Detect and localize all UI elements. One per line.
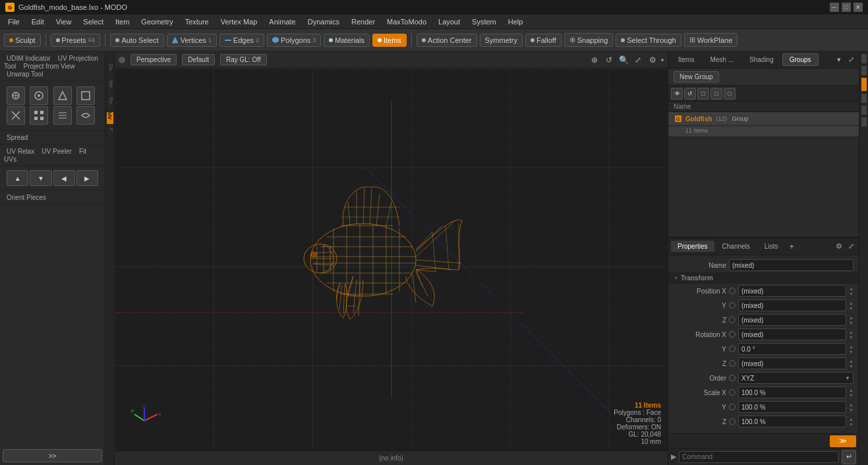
menu-dynamics[interactable]: Dynamics: [303, 16, 345, 27]
sculpt-button[interactable]: Sculpt: [4, 34, 41, 47]
props-tab-channels[interactable]: Channels: [716, 241, 757, 252]
prop-rotation-x-dot[interactable]: [729, 331, 736, 338]
prop-rotation-x-input[interactable]: (mixed): [738, 328, 846, 340]
view-style-button[interactable]: Default: [182, 54, 215, 65]
tool-btn-4[interactable]: [76, 86, 95, 105]
prop-arrow-up-9[interactable]: ▲: [849, 417, 854, 421]
tab-items[interactable]: Items: [671, 53, 701, 66]
groups-tb-sq1[interactable]: □: [697, 88, 709, 100]
prop-rotation-z-dot[interactable]: [729, 360, 736, 367]
tool-btn-2[interactable]: [30, 86, 48, 105]
tab-mesh[interactable]: Mesh ...: [703, 53, 741, 66]
props-add-button[interactable]: +: [786, 241, 797, 253]
symmetry-button[interactable]: Symmetry: [480, 34, 523, 47]
props-orange-btn[interactable]: ≫: [830, 435, 856, 447]
props-expand-icon[interactable]: ⤢: [846, 241, 856, 252]
command-input[interactable]: [679, 451, 839, 463]
viewport-menu-dot[interactable]: [119, 57, 125, 63]
edge-btn-1[interactable]: [861, 54, 867, 63]
command-arrow[interactable]: ▶: [671, 452, 676, 461]
groups-tb-lock[interactable]: ↺: [684, 88, 696, 100]
edge-btn-3[interactable]: [861, 94, 867, 103]
menu-geometry[interactable]: Geometry: [136, 16, 178, 27]
menu-select[interactable]: Select: [78, 16, 109, 27]
tool-btn-7[interactable]: [53, 106, 72, 125]
edges-button[interactable]: Edges 2: [219, 34, 264, 47]
vp-icon-transform[interactable]: ⊕: [589, 54, 600, 66]
viewport-canvas[interactable]: X Y Z 11 Items Polygons : Face Channels:…: [115, 69, 668, 450]
uv-peeler-label[interactable]: UV Peeler: [39, 146, 74, 156]
transform-section-header[interactable]: Transform: [668, 272, 859, 284]
vp-icon-search[interactable]: 🔍: [618, 54, 629, 66]
prop-rotation-y-input[interactable]: 0.0 °: [738, 343, 846, 355]
prop-arrow-down-5[interactable]: ▼: [849, 350, 854, 354]
prop-arrow-up-3[interactable]: ▲: [849, 315, 854, 320]
props-tab-properties[interactable]: Properties: [671, 241, 714, 252]
uv-strip[interactable]: UV: [107, 112, 113, 124]
edge-btn-4[interactable]: [861, 106, 867, 115]
tool-btn-8[interactable]: [76, 106, 95, 125]
prop-arrow-up-5[interactable]: ▲: [849, 344, 854, 349]
prop-position-z-dot[interactable]: [729, 317, 736, 323]
prop-arrow-down-4[interactable]: ▼: [849, 335, 854, 340]
menu-vertexmap[interactable]: Vertex Map: [216, 16, 263, 27]
menu-edit[interactable]: Edit: [26, 16, 49, 27]
view-perspective-button[interactable]: Perspective: [130, 54, 177, 65]
falloff-button[interactable]: Falloff: [525, 34, 562, 47]
groups-tb-sq2[interactable]: □: [710, 88, 722, 100]
presets-button[interactable]: Presets F6: [51, 34, 101, 47]
groups-tb-sq3[interactable]: □: [724, 88, 736, 100]
auto-select-button[interactable]: Auto Select: [110, 34, 163, 47]
prop-position-x-dot[interactable]: [729, 288, 736, 294]
prop-arrow-up-4[interactable]: ▲: [849, 330, 854, 334]
arrow-up-btn[interactable]: ▲: [7, 170, 28, 186]
arrow-left-btn[interactable]: ◀: [53, 170, 75, 186]
tool-btn-5[interactable]: [7, 106, 25, 125]
prop-scale-z-dot[interactable]: [729, 418, 736, 425]
prop-position-y-dot[interactable]: [729, 302, 736, 309]
prop-rotation-z-input[interactable]: (mixed): [738, 357, 846, 369]
workplane-button[interactable]: ⊞ WorkPlane: [684, 33, 738, 47]
maximize-button[interactable]: □: [842, 3, 851, 12]
prop-arrow-up[interactable]: ▲: [849, 286, 854, 291]
prop-arrow-down-2[interactable]: ▼: [849, 306, 854, 311]
command-enter-button[interactable]: ↵: [842, 450, 856, 464]
panel-expand-icon[interactable]: ⤢: [846, 55, 856, 65]
items-button[interactable]: Items: [372, 34, 407, 47]
prop-scale-x-input[interactable]: 100.0 %: [738, 387, 846, 398]
prop-scale-x-dot[interactable]: [729, 389, 736, 396]
menu-layout[interactable]: Layout: [433, 16, 465, 27]
arrow-right-btn[interactable]: ▶: [76, 170, 98, 186]
materials-button[interactable]: Materials: [324, 34, 370, 47]
prop-arrow-up-8[interactable]: ▲: [849, 402, 854, 407]
vp-icon-refresh[interactable]: ↺: [603, 54, 615, 66]
menu-system[interactable]: System: [467, 16, 502, 27]
view-render-button[interactable]: Ray GL: Off: [220, 54, 267, 65]
prop-position-y-input[interactable]: (mixed): [738, 299, 846, 311]
new-group-button[interactable]: New Group: [674, 71, 719, 82]
prop-arrow-up-6[interactable]: ▲: [849, 359, 854, 363]
prop-arrow-down-3[interactable]: ▼: [849, 321, 854, 325]
menu-help[interactable]: Help: [503, 16, 529, 27]
prop-arrow-down-8[interactable]: ▼: [849, 408, 854, 412]
vertices-button[interactable]: Vertices 1: [167, 34, 217, 47]
prop-scale-y-dot[interactable]: [729, 404, 736, 410]
prop-name-input[interactable]: (mixed): [729, 259, 854, 271]
unwrap-tool-label[interactable]: Unwrap Tool: [4, 69, 45, 79]
edge-orange-btn[interactable]: [861, 78, 867, 91]
prop-order-dot[interactable]: [729, 375, 736, 381]
prop-arrow-down-7[interactable]: ▼: [849, 393, 854, 398]
props-settings-icon[interactable]: ⚙: [834, 241, 844, 252]
minimize-button[interactable]: ─: [830, 3, 839, 12]
menu-texture[interactable]: Texture: [180, 16, 214, 27]
close-button[interactable]: ✕: [854, 3, 863, 12]
menu-file[interactable]: File: [3, 16, 25, 27]
orient-pieces-label[interactable]: Orient Pieces: [4, 193, 49, 202]
menu-render[interactable]: Render: [346, 16, 380, 27]
arrow-down-btn[interactable]: ▼: [30, 170, 51, 186]
snapping-button[interactable]: ⊕ Snapping: [564, 33, 614, 47]
tab-shading[interactable]: Shading: [742, 53, 781, 66]
polygons-button[interactable]: Polygons 3: [267, 34, 321, 47]
select-through-button[interactable]: Select Through: [616, 34, 681, 47]
panel-chevron-icon[interactable]: ▾: [834, 55, 844, 65]
